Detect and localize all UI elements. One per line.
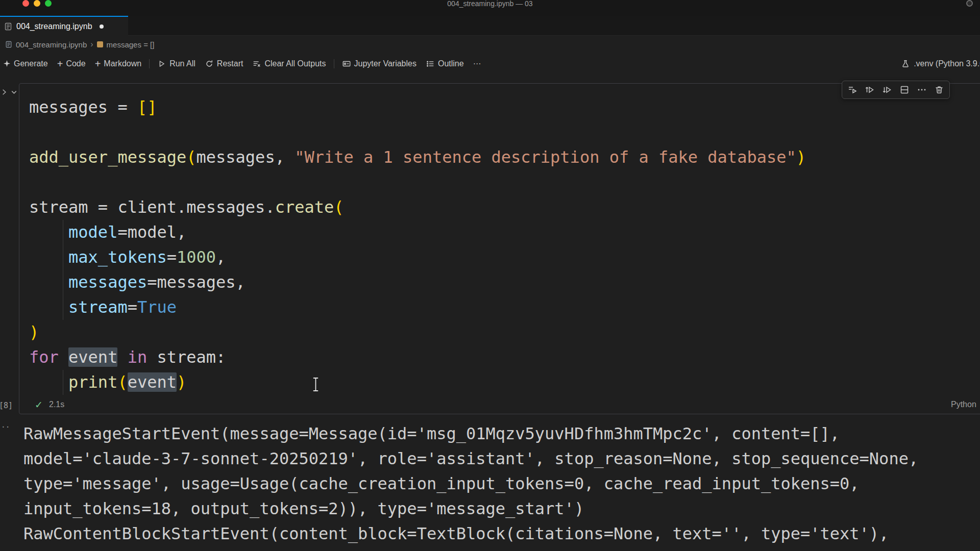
breadcrumb-symbol-icon	[97, 41, 103, 47]
code-line[interactable]	[29, 120, 806, 145]
code-line[interactable]	[29, 170, 806, 195]
clear-all-outputs-icon	[252, 59, 261, 68]
output-line: RawMessageStartEvent(message=Message(id=…	[23, 421, 918, 446]
code-line[interactable]: add_user_message(messages, "Write a 1 se…	[29, 145, 806, 170]
tab-label: 004_streaming.ipynb	[16, 22, 92, 31]
toolbar-separator	[149, 59, 150, 68]
run-all-icon	[157, 59, 166, 68]
output-line: input_tokens=18, output_tokens=2)), type…	[23, 496, 918, 521]
tab-004-streaming[interactable]: 004_streaming.ipynb	[0, 16, 128, 36]
clear-all-outputs-button[interactable]: Clear All Outputs	[248, 57, 330, 71]
kernel-env-icon	[901, 59, 910, 68]
code-line[interactable]: print(event)	[29, 370, 806, 395]
breadcrumb-file-icon	[5, 41, 12, 48]
restart-button[interactable]: Restart	[200, 57, 248, 71]
code-line[interactable]: model=model,	[29, 220, 806, 245]
code-line[interactable]: max_tokens=1000,	[29, 245, 806, 270]
titlebar-circle-icon	[966, 0, 973, 7]
code-line[interactable]: stream=True	[29, 295, 806, 320]
code-line[interactable]: stream = client.messages.create(	[29, 195, 806, 220]
output-line: type='message', usage=Usage(cache_creati…	[23, 471, 918, 496]
ibeam-cursor	[311, 377, 320, 392]
run-all-button[interactable]: Run All	[153, 57, 200, 71]
vscode-window: 004_streaming.ipynb — 03 004_streaming.i…	[0, 0, 980, 551]
success-check-icon: ✓	[35, 399, 43, 411]
cell-toolbar	[842, 81, 950, 99]
cell-status-bar: ✓ 2.1s Python	[19, 395, 980, 414]
toolbar-more-button[interactable]: ···	[469, 57, 486, 71]
cell-language-picker[interactable]: Python	[951, 400, 976, 409]
breadcrumb-item-file[interactable]: 004_streaming.ipynb	[16, 40, 87, 49]
code-line[interactable]: messages = []	[29, 95, 806, 120]
execute-above-cells-icon[interactable]	[863, 83, 876, 96]
cell-focus-chevron-right-icon[interactable]	[0, 88, 9, 96]
breadcrumb-separator: ›	[90, 40, 93, 49]
execution-count-label: [8]	[0, 401, 13, 410]
run-by-line-icon[interactable]	[846, 83, 859, 96]
window-title: 004_streaming.ipynb — 03	[0, 0, 980, 8]
split-cell-icon[interactable]	[898, 83, 911, 96]
jupyter-variables-button[interactable]: Jupyter Variables	[337, 57, 421, 71]
generate-button[interactable]: Generate	[2, 57, 53, 71]
kernel-picker[interactable]: .venv (Python 3.9.6	[896, 57, 980, 71]
add-code-cell-button[interactable]: + Code	[53, 57, 90, 71]
tab-bar: 004_streaming.ipynb ···	[0, 16, 980, 36]
notebook-toolbar: Generate + Code + Markdown Run All	[0, 53, 980, 74]
modified-indicator	[100, 24, 104, 29]
output-line: RawContentBlockStartEvent(content_block=…	[23, 521, 918, 546]
toolbar-separator	[334, 59, 334, 68]
breadcrumb-item-symbol[interactable]: messages = []	[107, 40, 155, 49]
code-line[interactable]: for event in stream:	[29, 345, 806, 370]
execution-duration: 2.1s	[49, 400, 64, 409]
output-line: index=0, type='content_block_start')	[23, 546, 918, 551]
code-cell: messages = [] add_user_message(messages,…	[19, 83, 980, 414]
cell-output: RawMessageStartEvent(message=Message(id=…	[23, 421, 918, 551]
plus-icon: +	[95, 60, 101, 68]
output-line: model='claude-3-7-sonnet-20250219', role…	[23, 446, 918, 471]
more-actions-icon[interactable]	[915, 83, 928, 96]
jupyter-variables-icon	[342, 59, 351, 68]
breadcrumb: 004_streaming.ipynb › messages = []	[0, 36, 980, 53]
output-drag-handle[interactable]: ··	[2, 420, 10, 432]
code-line[interactable]: )	[29, 320, 806, 345]
add-markdown-cell-button[interactable]: + Markdown	[90, 57, 146, 71]
notebook-file-icon	[4, 22, 12, 31]
title-bar: 004_streaming.ipynb — 03	[0, 0, 980, 16]
code-editor[interactable]: messages = [] add_user_message(messages,…	[29, 95, 806, 395]
code-line[interactable]: messages=messages,	[29, 270, 806, 295]
cell-collapse-chevron-down-icon[interactable]	[10, 88, 18, 96]
sparkle-icon	[3, 60, 11, 67]
outline-icon	[426, 59, 435, 68]
execute-cell-and-below-icon[interactable]	[880, 83, 894, 96]
outline-button[interactable]: Outline	[421, 57, 469, 71]
delete-cell-icon[interactable]	[933, 83, 946, 96]
plus-icon: +	[57, 60, 63, 68]
restart-icon	[205, 59, 214, 68]
